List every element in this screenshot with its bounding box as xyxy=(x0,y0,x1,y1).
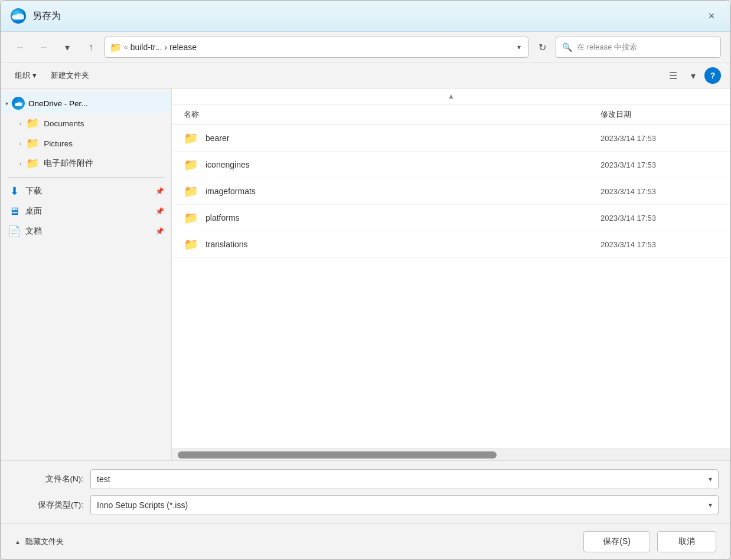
onedrive-icon xyxy=(12,97,25,110)
search-bar[interactable]: 🔍 在 release 中搜索 xyxy=(556,37,721,58)
file-date-bearer: 2023/3/14 17:53 xyxy=(601,134,719,143)
search-icon: 🔍 xyxy=(562,42,572,52)
file-name-iconengines: iconengines xyxy=(205,160,593,169)
documents-chevron: › xyxy=(19,120,21,127)
actions-row: 组织 ▾ 新建文件夹 ☰ ▾ ? xyxy=(1,63,730,89)
scrollbar-thumb xyxy=(178,451,497,459)
email-label: 电子邮件附件 xyxy=(44,158,93,169)
file-name-imageformats: imageformats xyxy=(205,186,593,196)
dialog-title: 另存为 xyxy=(32,10,61,22)
horizontal-scrollbar[interactable] xyxy=(172,448,730,460)
save-button[interactable]: 保存(S) xyxy=(583,531,650,552)
svg-rect-3 xyxy=(13,17,24,19)
file-row[interactable]: 📁 platforms 2023/3/14 17:53 xyxy=(172,205,730,231)
folder-icon-platforms: 📁 xyxy=(184,211,198,225)
filetype-select[interactable]: Inno Setup Scripts (*.iss) ▾ xyxy=(90,495,719,515)
file-row[interactable]: 📁 imageformats 2023/3/14 17:53 xyxy=(172,178,730,205)
downloads-pin: 📌 xyxy=(155,187,164,195)
breadcrumb-part2: release xyxy=(169,42,197,52)
address-chevron1: « xyxy=(124,43,128,51)
breadcrumb-part1: build-tr... xyxy=(130,42,162,52)
hide-folders-toggle[interactable]: ▲ 隐藏文件夹 xyxy=(15,536,64,547)
content-area: ▾ OneDrive - Per... › 📁 Documents › xyxy=(1,89,730,460)
address-bar[interactable]: 📁 « build-tr... › release ▾ xyxy=(105,37,528,58)
up-button[interactable]: ↑ xyxy=(81,37,101,57)
col-name-header: 名称 xyxy=(184,109,601,120)
sidebar-item-downloads[interactable]: ⬇ 下载 📌 xyxy=(1,181,171,201)
email-chevron: › xyxy=(19,161,21,167)
filename-input[interactable]: test ▾ xyxy=(90,469,719,489)
filetype-label: 保存类型(T): xyxy=(12,500,83,510)
file-date-iconengines: 2023/3/14 17:53 xyxy=(601,161,719,169)
onedrive-chevron: ▾ xyxy=(5,100,8,107)
view-dropdown-button[interactable]: ▾ xyxy=(684,67,702,84)
folder-icon-iconengines: 📁 xyxy=(184,158,198,172)
close-button[interactable]: × xyxy=(702,6,721,25)
file-row[interactable]: 📁 translations 2023/3/14 17:53 xyxy=(172,231,730,258)
file-list: 📁 bearer 2023/3/14 17:53 📁 iconengines 2… xyxy=(172,125,730,448)
help-button[interactable]: ? xyxy=(704,67,721,84)
filetype-row: 保存类型(T): Inno Setup Scripts (*.iss) ▾ xyxy=(12,495,719,515)
sidebar-item-email-attachments[interactable]: › 📁 电子邮件附件 xyxy=(1,153,171,173)
organize-button[interactable]: 组织 ▾ xyxy=(10,68,41,83)
cancel-button[interactable]: 取消 xyxy=(657,531,716,552)
sidebar: ▾ OneDrive - Per... › 📁 Documents › xyxy=(1,89,172,460)
doc-pin: 📌 xyxy=(155,227,164,235)
sidebar-item-desktop[interactable]: 🖥 桌面 📌 xyxy=(1,201,171,221)
svg-rect-6 xyxy=(15,104,22,106)
title-bar: 另存为 × xyxy=(1,1,730,32)
downloads-label: 下载 xyxy=(25,186,42,197)
file-row[interactable]: 📁 iconengines 2023/3/14 17:53 xyxy=(172,152,730,178)
folder-icon-translations: 📁 xyxy=(184,237,198,251)
sidebar-divider1 xyxy=(8,177,164,178)
documents-folder-icon: 📁 xyxy=(26,117,39,130)
file-date-translations: 2023/3/14 17:53 xyxy=(601,240,719,249)
file-name-platforms: platforms xyxy=(205,213,593,222)
sidebar-item-documents-quick[interactable]: 📄 文档 📌 xyxy=(1,221,171,241)
desktop-label: 桌面 xyxy=(25,206,42,217)
documents-quick-label: 文档 xyxy=(25,226,42,237)
file-list-header: ▲ xyxy=(172,89,730,104)
file-date-platforms: 2023/3/14 17:53 xyxy=(601,214,719,222)
path-separator: › xyxy=(164,42,167,52)
dropdown-button[interactable]: ▾ xyxy=(57,37,77,57)
onedrive-label: OneDrive - Per... xyxy=(28,99,88,108)
pictures-folder-icon: 📁 xyxy=(26,137,39,150)
filename-dropdown-icon: ▾ xyxy=(709,475,712,483)
search-placeholder: 在 release 中搜索 xyxy=(577,42,637,53)
documents-label: Documents xyxy=(44,119,84,128)
col-date-header: 修改日期 xyxy=(601,109,719,120)
save-dialog: 另存为 × ← → ▾ ↑ 📁 « build-tr... › release … xyxy=(0,0,731,560)
file-name-bearer: bearer xyxy=(205,133,593,143)
address-dropdown-button[interactable]: ▾ xyxy=(515,43,523,51)
file-table-header: 名称 修改日期 xyxy=(172,104,730,125)
filename-row: 文件名(N): test ▾ xyxy=(12,469,719,489)
pictures-label: Pictures xyxy=(44,139,73,148)
filetype-value: Inno Setup Scripts (*.iss) xyxy=(97,500,188,510)
sidebar-item-pictures[interactable]: › 📁 Pictures xyxy=(1,133,171,153)
navigation-toolbar: ← → ▾ ↑ 📁 « build-tr... › release ▾ ↻ 🔍 … xyxy=(1,32,730,63)
forward-button[interactable]: → xyxy=(34,37,54,57)
pictures-chevron: › xyxy=(19,140,21,147)
collapse-arrow[interactable]: ▲ xyxy=(448,92,455,100)
email-folder-icon: 📁 xyxy=(26,157,39,170)
actions-left: 组织 ▾ 新建文件夹 xyxy=(10,68,94,83)
doc-icon: 📄 xyxy=(8,225,21,238)
file-date-imageformats: 2023/3/14 17:53 xyxy=(601,187,719,196)
address-folder-icon: 📁 xyxy=(110,42,122,53)
desktop-pin: 📌 xyxy=(155,207,164,215)
file-row[interactable]: 📁 bearer 2023/3/14 17:53 xyxy=(172,125,730,152)
filename-label: 文件名(N): xyxy=(12,474,83,484)
sidebar-item-documents[interactable]: › 📁 Documents xyxy=(1,113,171,133)
hide-folders-label: 隐藏文件夹 xyxy=(25,536,64,547)
app-icon xyxy=(10,8,27,24)
actions-right: ☰ ▾ ? xyxy=(664,67,721,84)
back-button[interactable]: ← xyxy=(10,37,30,57)
footer-chevron: ▲ xyxy=(15,539,21,545)
save-form: 文件名(N): test ▾ 保存类型(T): Inno Setup Scrip… xyxy=(1,460,730,523)
onedrive-item[interactable]: ▾ OneDrive - Per... xyxy=(1,93,171,113)
new-folder-button[interactable]: 新建文件夹 xyxy=(46,68,94,83)
view-mode-button[interactable]: ☰ xyxy=(664,67,682,84)
refresh-button[interactable]: ↻ xyxy=(532,37,552,57)
file-name-translations: translations xyxy=(205,240,593,249)
